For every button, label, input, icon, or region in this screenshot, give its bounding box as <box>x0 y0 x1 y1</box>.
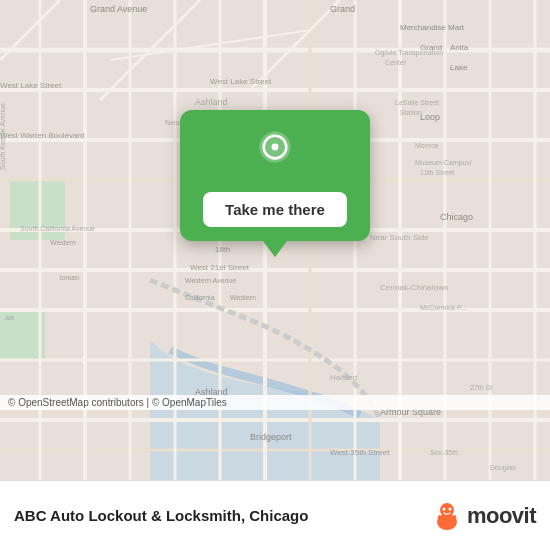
footer-text: ABC Auto Lockout & Locksmith, Chicago <box>14 507 308 524</box>
svg-text:West Lake Street: West Lake Street <box>0 81 62 90</box>
svg-point-77 <box>442 507 445 510</box>
svg-text:Lake: Lake <box>450 63 468 72</box>
svg-text:Station: Station <box>400 109 422 116</box>
svg-text:Douglas: Douglas <box>490 464 516 472</box>
svg-text:West 35th Street: West 35th Street <box>330 448 390 457</box>
svg-text:11th Street: 11th Street <box>420 169 454 176</box>
svg-text:West 21st Street: West 21st Street <box>190 263 250 272</box>
svg-text:LaSalle Street: LaSalle Street <box>395 99 439 106</box>
svg-point-76 <box>440 503 454 517</box>
svg-text:Museum Campus/: Museum Campus/ <box>415 159 472 167</box>
svg-text:Western: Western <box>50 239 76 246</box>
svg-text:27th St: 27th St <box>470 384 492 391</box>
svg-text:Merchandise Mart: Merchandise Mart <box>400 23 465 32</box>
svg-text:Grand: Grand <box>330 4 355 14</box>
svg-text:Western Avenue: Western Avenue <box>185 277 236 284</box>
attribution-text: © OpenStreetMap contributors | © OpenMap… <box>8 397 227 408</box>
svg-text:18th: 18th <box>215 245 231 254</box>
moovit-logo: moovit <box>431 500 536 532</box>
svg-text:Loop: Loop <box>420 112 440 122</box>
svg-text:West Warren Boulevard: West Warren Boulevard <box>0 131 84 140</box>
location-label: ABC Auto Lockout & Locksmith, Chicago <box>14 507 308 524</box>
moovit-brand-text: moovit <box>467 503 536 529</box>
svg-text:California: California <box>185 294 215 301</box>
svg-text:South Kedzie Avenue: South Kedzie Avenue <box>0 103 6 170</box>
svg-text:Grand Avenue: Grand Avenue <box>90 4 147 14</box>
svg-text:Monroe: Monroe <box>415 142 439 149</box>
svg-text:McCormick P...: McCormick P... <box>420 304 467 311</box>
svg-text:Halsted: Halsted <box>330 373 357 382</box>
map-container: Grand Avenue Grand West Lake Street West… <box>0 0 550 480</box>
svg-text:Western: Western <box>230 294 256 301</box>
svg-text:Cermak-Chinatown: Cermak-Chinatown <box>380 283 448 292</box>
moovit-character-icon <box>431 500 463 532</box>
footer: ABC Auto Lockout & Locksmith, Chicago mo… <box>0 480 550 550</box>
svg-text:loman: loman <box>60 274 79 281</box>
svg-text:Anita: Anita <box>450 43 469 52</box>
svg-text:Chicago: Chicago <box>440 212 473 222</box>
svg-text:Sox-35th: Sox-35th <box>430 449 458 456</box>
svg-point-78 <box>448 507 451 510</box>
svg-text:ale: ale <box>5 314 14 321</box>
svg-text:South California Avenue: South California Avenue <box>20 225 95 232</box>
popup-card: Take me there <box>180 110 370 241</box>
svg-text:Center: Center <box>385 59 407 66</box>
attribution: © OpenStreetMap contributors | © OpenMap… <box>0 395 550 410</box>
take-me-there-button[interactable]: Take me there <box>203 192 347 227</box>
svg-text:Near South Side: Near South Side <box>370 233 429 242</box>
svg-text:Ogilvie Transportation: Ogilvie Transportation <box>375 49 443 57</box>
location-pin-icon <box>249 128 301 180</box>
svg-text:Ashland: Ashland <box>195 97 228 107</box>
svg-text:West Lake Street: West Lake Street <box>210 77 272 86</box>
svg-text:Bridgeport: Bridgeport <box>250 432 292 442</box>
